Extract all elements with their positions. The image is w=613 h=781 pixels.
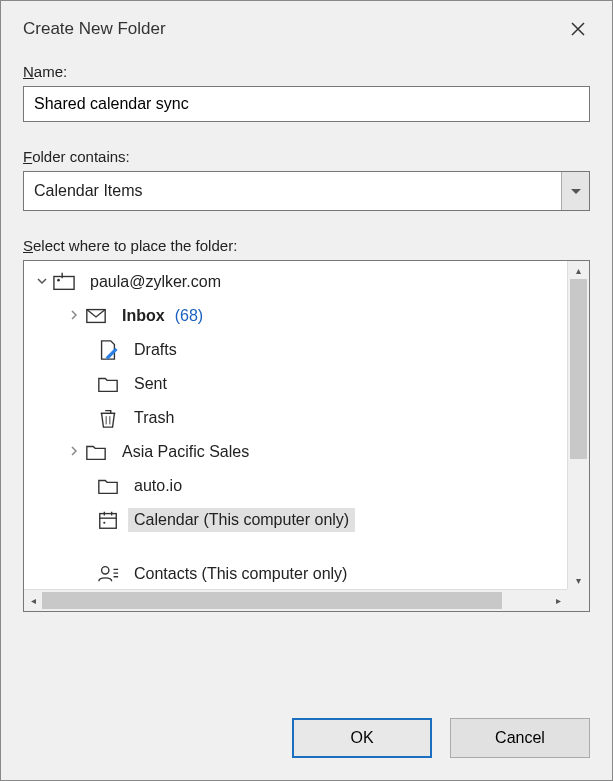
create-folder-dialog: Create New Folder Name: Folder contains:…: [0, 0, 613, 781]
tree-item-drafts[interactable]: Drafts: [24, 333, 567, 367]
chevron-down-icon: [571, 189, 581, 194]
tree-item-inbox[interactable]: Inbox (68): [24, 299, 567, 333]
tree-item-trash[interactable]: Trash: [24, 401, 567, 435]
trash-icon: [96, 406, 120, 430]
folder-type-select[interactable]: Calendar Items: [23, 171, 590, 211]
tree-item-label: Trash: [128, 406, 180, 430]
cancel-button[interactable]: Cancel: [450, 718, 590, 758]
select-where-label: Select where to place the folder:: [23, 237, 590, 254]
tree-root-account[interactable]: paula@zylker.com: [24, 265, 567, 299]
scrollbar-thumb[interactable]: [570, 279, 587, 459]
tree-item-sent[interactable]: Sent: [24, 367, 567, 401]
calendar-icon: [96, 508, 120, 532]
tree-item-label: Inbox: [116, 304, 171, 328]
vertical-scrollbar[interactable]: ▴ ▾: [567, 261, 589, 589]
scrollbar-corner: [567, 589, 589, 611]
close-icon: [570, 21, 586, 37]
folder-icon: [96, 372, 120, 396]
svg-point-1: [57, 279, 60, 282]
chevron-right-icon[interactable]: [64, 445, 84, 459]
tree-item-label: auto.io: [128, 474, 188, 498]
tree-item-label: Calendar (This computer only): [128, 508, 355, 532]
scroll-left-icon[interactable]: ◂: [24, 590, 42, 611]
scrollbar-thumb[interactable]: [42, 592, 502, 609]
folder-contains-label: Folder contains:: [23, 148, 590, 165]
name-label: Name:: [23, 63, 590, 80]
close-button[interactable]: [560, 11, 596, 47]
tree-item-calendar[interactable]: Calendar (This computer only): [24, 503, 567, 537]
chevron-down-icon[interactable]: [32, 275, 52, 289]
tree-item-asia-pacific[interactable]: Asia Pacific Sales: [24, 435, 567, 469]
tree-item-label: Sent: [128, 372, 173, 396]
scroll-right-icon[interactable]: ▸: [549, 590, 567, 611]
tree-item-label: Drafts: [128, 338, 183, 362]
contacts-icon: [96, 562, 120, 586]
folder-type-value: Calendar Items: [23, 171, 590, 211]
unread-count: (68): [175, 307, 203, 325]
svg-rect-3: [100, 514, 117, 529]
svg-rect-0: [54, 277, 74, 290]
folder-icon: [96, 474, 120, 498]
horizontal-scrollbar[interactable]: ◂ ▸: [24, 589, 567, 611]
folder-tree: paula@zylker.com Inbox (68): [23, 260, 590, 612]
tree-item-label: Contacts (This computer only): [128, 562, 353, 586]
mailbox-icon: [52, 270, 76, 294]
tree-item-contacts[interactable]: Contacts (This computer only): [24, 557, 567, 589]
titlebar: Create New Folder: [1, 1, 612, 55]
ok-button[interactable]: OK: [292, 718, 432, 758]
tree-item-autoio[interactable]: auto.io: [24, 469, 567, 503]
tree-item-label: Asia Pacific Sales: [116, 440, 255, 464]
dropdown-arrow-button[interactable]: [561, 172, 589, 210]
envelope-icon: [84, 304, 108, 328]
draft-icon: [96, 338, 120, 362]
svg-point-4: [103, 522, 105, 524]
chevron-right-icon[interactable]: [64, 309, 84, 323]
svg-point-5: [102, 567, 109, 574]
folder-icon: [84, 440, 108, 464]
tree-root-label: paula@zylker.com: [84, 270, 227, 294]
dialog-buttons: OK Cancel: [1, 700, 612, 780]
scroll-up-icon[interactable]: ▴: [568, 261, 589, 279]
dialog-title: Create New Folder: [23, 19, 166, 39]
scroll-down-icon[interactable]: ▾: [568, 571, 589, 589]
name-input[interactable]: [23, 86, 590, 122]
